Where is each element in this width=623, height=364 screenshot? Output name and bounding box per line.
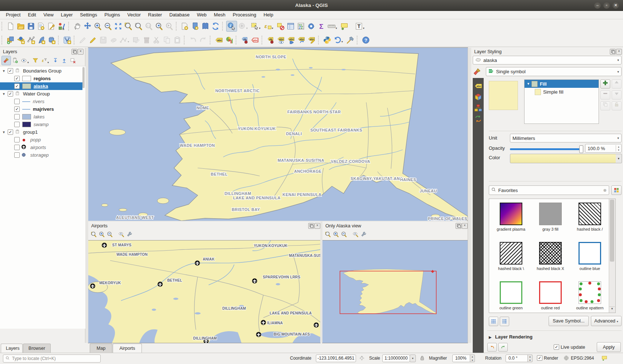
open-layer-styling-icon[interactable] <box>1 56 11 65</box>
new-geopackage-layer-icon[interactable] <box>16 35 26 45</box>
save-edits-icon[interactable] <box>98 35 108 45</box>
statistics-icon[interactable] <box>296 21 306 31</box>
measure-icon[interactable] <box>326 21 337 31</box>
overview-close-icon[interactable]: × <box>462 223 468 229</box>
toggle-editing-icon[interactable] <box>78 35 88 45</box>
menu-layer[interactable]: Layer <box>57 11 77 19</box>
deselect-features-icon[interactable] <box>275 21 286 31</box>
new-project-icon[interactable] <box>5 21 16 31</box>
splitter[interactable] <box>320 222 322 343</box>
new-vector-layer-icon[interactable] <box>62 35 72 45</box>
feature-action-dropdown[interactable]: ▾ <box>246 27 249 30</box>
select-features-icon[interactable] <box>250 21 260 31</box>
help-icon[interactable]: ? <box>361 35 371 45</box>
filter-legend-icon[interactable] <box>31 56 40 65</box>
color-dropdown[interactable]: ▾ <box>616 154 622 163</box>
airports-float-icon[interactable] <box>308 223 314 229</box>
vertex-tool-dropdown[interactable]: ▾ <box>128 40 131 43</box>
styling-redo-button[interactable] <box>498 343 508 352</box>
tab-browser[interactable]: Browser <box>23 344 51 353</box>
messages-icon[interactable] <box>601 355 608 363</box>
symbol-item[interactable]: gradient plasma <box>493 203 529 232</box>
zoom-out-mini-icon[interactable] <box>106 230 114 238</box>
ntv-edit-icon[interactable] <box>345 35 355 45</box>
filter-expression-dropdown[interactable]: ▾ <box>47 61 50 64</box>
airports-map-canvas[interactable]: ST MARYS WADE HAMPTON ANIAK MEKORYUK BET… <box>88 240 320 343</box>
clear-search-icon[interactable]: ⊗ <box>603 188 607 193</box>
add-symbol-layer-button[interactable] <box>600 79 610 89</box>
layers-float-icon[interactable] <box>71 49 77 55</box>
remove-symbol-layer-button[interactable] <box>600 90 610 99</box>
rollback-edits-icon[interactable] <box>332 35 343 45</box>
magnifier-spinner[interactable]: ▴▾ <box>470 355 475 362</box>
zoom-last-icon[interactable] <box>154 21 164 31</box>
opacity-value[interactable]: 100.0 % ▴▾ <box>585 144 622 153</box>
rollback-dropdown[interactable]: ▾ <box>341 40 344 43</box>
move-label-icon[interactable]: ab <box>266 35 276 45</box>
zoom-full-mini-icon[interactable] <box>324 230 332 238</box>
zoom-in-mini-icon[interactable] <box>98 230 106 238</box>
measure-dropdown[interactable]: ▾ <box>336 27 338 30</box>
opacity-slider-handle[interactable] <box>579 145 583 153</box>
identify-features-icon[interactable]: i <box>226 21 237 32</box>
lock-scale-icon[interactable] <box>419 355 425 362</box>
layers-close-icon[interactable]: × <box>78 49 84 55</box>
pin-labels-icon[interactable]: ab <box>240 35 250 45</box>
open-data-source-manager-icon[interactable] <box>5 35 16 45</box>
tab-map-1[interactable]: Map 1 <box>90 344 112 353</box>
symbol-item[interactable]: outline green <box>493 281 529 310</box>
sum-statistics-icon[interactable]: Σ <box>316 21 326 31</box>
symbol-tree-row-fill[interactable]: ▼ Fill <box>525 80 599 88</box>
menu-processing[interactable]: Processing <box>229 11 260 19</box>
vertex-tool-icon[interactable] <box>119 35 129 45</box>
menu-mesh[interactable]: Mesh <box>210 11 229 19</box>
view-3d-tab-icon[interactable] <box>474 93 483 102</box>
move-symbol-down-button[interactable] <box>612 90 622 99</box>
new-spatialite-layer-icon[interactable] <box>36 35 46 45</box>
layout-manager-icon[interactable] <box>46 21 57 31</box>
layer-row-regions[interactable]: ✓ regions <box>0 75 82 82</box>
menu-raster[interactable]: Raster <box>144 11 166 19</box>
pan-to-selection-icon[interactable] <box>82 21 93 31</box>
annotation-dropdown[interactable]: ▾ <box>363 27 366 30</box>
layer-row-lakes[interactable]: lakes <box>0 113 82 121</box>
change-label-icon[interactable]: abc <box>306 35 317 45</box>
save-project-icon[interactable] <box>26 21 36 31</box>
minimize-button[interactable]: – <box>594 2 601 9</box>
zoom-in-mini-icon[interactable] <box>332 230 340 238</box>
new-print-layout-icon[interactable] <box>36 21 46 31</box>
layer-group-row[interactable]: ▼✓ Boundaries Group <box>0 67 82 75</box>
menu-plugins[interactable]: Plugins <box>101 11 124 19</box>
new-virtual-layer-icon[interactable] <box>46 35 57 45</box>
overview-float-icon[interactable] <box>456 223 461 229</box>
crs-globe-icon[interactable] <box>564 355 569 362</box>
show-hide-labels-icon[interactable]: abc <box>276 35 286 45</box>
symbol-tree-row-simple-fill[interactable]: Simple fill <box>525 88 599 96</box>
layer-row-majrivers[interactable]: ✓ majrivers <box>0 105 82 113</box>
style-manager-button[interactable] <box>611 185 622 195</box>
collapse-all-icon[interactable] <box>60 56 69 65</box>
symbol-grid-scrollbar[interactable]: ▾ <box>609 199 615 313</box>
multiedit-icon[interactable] <box>131 35 142 45</box>
layer-row-rivers[interactable]: rivers <box>0 98 82 105</box>
processing-toolbox-icon[interactable] <box>306 21 316 31</box>
live-update-checkbox[interactable]: ✓ <box>554 344 559 350</box>
map-tips-icon[interactable] <box>339 21 349 31</box>
symbol-item[interactable]: hashed black X <box>532 242 569 271</box>
zoom-out-icon[interactable] <box>103 21 113 31</box>
highlight-pinned-labels-icon[interactable]: abc <box>250 35 260 45</box>
refresh-map-icon[interactable] <box>210 21 221 31</box>
unit-select[interactable]: Millimeters▾ <box>510 134 622 142</box>
symbol-item[interactable]: outline blue <box>572 242 608 271</box>
styling-float-icon[interactable] <box>610 49 616 55</box>
zoom-to-layer-icon[interactable] <box>134 21 144 31</box>
opacity-slider[interactable] <box>510 148 581 150</box>
color-button[interactable] <box>510 154 616 163</box>
rotation-spinner[interactable]: ▴▾ <box>527 355 533 362</box>
menu-help[interactable]: Help <box>260 11 277 19</box>
close-button[interactable]: ✕ <box>612 2 619 9</box>
styling-layer-select[interactable]: alaska ▾ <box>473 56 622 64</box>
zoom-full-mini-icon[interactable] <box>90 230 98 238</box>
layer-group-row[interactable]: ▼✓ Water Group <box>0 90 82 98</box>
move-label-diagram-icon[interactable]: abc <box>286 35 296 45</box>
